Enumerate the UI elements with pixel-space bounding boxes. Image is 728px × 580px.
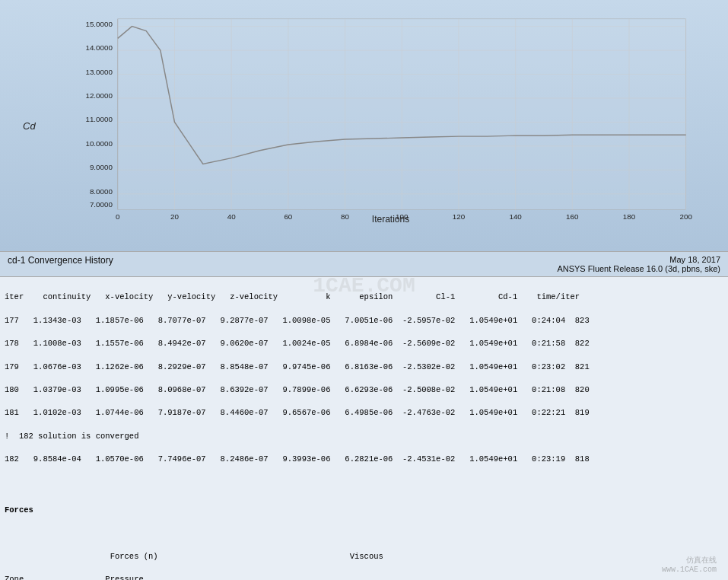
svg-text:7.0000: 7.0000	[90, 200, 113, 209]
svg-text:9.0000: 9.0000	[90, 163, 113, 171]
svg-text:15.0000: 15.0000	[85, 20, 113, 28]
convergence-solver: ANSYS Fluent Release 16.0 (3d, pbns, ske…	[557, 264, 720, 273]
convergence-header: cd-1 Convergence History May 18, 2017 AN…	[0, 251, 728, 277]
zone-label: Zone	[5, 575, 24, 580]
svg-text:0: 0	[116, 212, 120, 221]
table-row-177: 177 1.1343e-03 1.1857e-06 8.7077e-07 9.2…	[5, 315, 723, 327]
svg-text:10.0000: 10.0000	[85, 139, 113, 148]
forces-title: Forces	[5, 505, 723, 516]
chart-area: Cd 15.0000 14.0000 13.0000 12.0000 11.00…	[0, 0, 728, 251]
blank-line2	[5, 528, 723, 540]
chart-container: 15.0000 14.0000 13.0000 12.0000 11.0000 …	[68, 11, 713, 228]
svg-text:14.0000: 14.0000	[85, 43, 113, 52]
svg-text:160: 160	[566, 212, 579, 221]
convergence-title: cd-1 Convergence History	[8, 255, 113, 266]
table-header: iter continuity x-velocity y-velocity z-…	[5, 292, 723, 303]
convergence-date: May 18, 2017	[669, 255, 720, 264]
chart-y-label: Cd	[23, 120, 36, 132]
svg-text:80: 80	[341, 212, 349, 221]
main-chart-svg: 15.0000 14.0000 13.0000 12.0000 11.0000 …	[68, 11, 713, 228]
table-row-180: 180 1.0379e-03 1.0995e-06 8.0968e-07 8.6…	[5, 384, 723, 396]
blank-line	[5, 477, 723, 489]
forces-n-label: Forces (n)	[110, 552, 158, 561]
converged-line: ! 182 solution is converged	[5, 431, 723, 442]
svg-text:11.0000: 11.0000	[85, 115, 113, 123]
pressure-label: Pressure	[105, 575, 143, 580]
forces-n-header: Forces (n) Viscous	[5, 551, 723, 562]
data-area: iter continuity x-velocity y-velocity z-…	[0, 277, 728, 580]
svg-text:13.0000: 13.0000	[85, 68, 113, 76]
x-axis-label: Iterations	[372, 214, 409, 225]
svg-text:180: 180	[623, 212, 636, 221]
svg-text:140: 140	[509, 212, 522, 221]
svg-text:12.0000: 12.0000	[85, 91, 113, 100]
viscous-label-header: Viscous	[350, 552, 383, 561]
svg-text:8.0000: 8.0000	[90, 187, 113, 196]
svg-text:20: 20	[170, 212, 179, 221]
svg-text:60: 60	[284, 212, 292, 221]
table-row-182: 182 9.8584e-04 1.0570e-06 7.7496e-07 8.2…	[5, 454, 723, 465]
forces-zone-pressure-header: Zone Pressure	[5, 574, 723, 580]
convergence-meta: May 18, 2017 ANSYS Fluent Release 16.0 (…	[557, 255, 720, 273]
svg-text:120: 120	[453, 212, 466, 221]
table-row-178: 178 1.1008e-03 1.1557e-06 8.4942e-07 9.0…	[5, 338, 723, 349]
table-row-181: 181 1.0102e-03 1.0744e-06 7.9187e-07 8.4…	[5, 407, 723, 419]
svg-text:40: 40	[227, 212, 236, 221]
svg-text:200: 200	[680, 212, 693, 221]
table-row-179: 179 1.0676e-03 1.1262e-06 8.2929e-07 8.8…	[5, 362, 723, 373]
